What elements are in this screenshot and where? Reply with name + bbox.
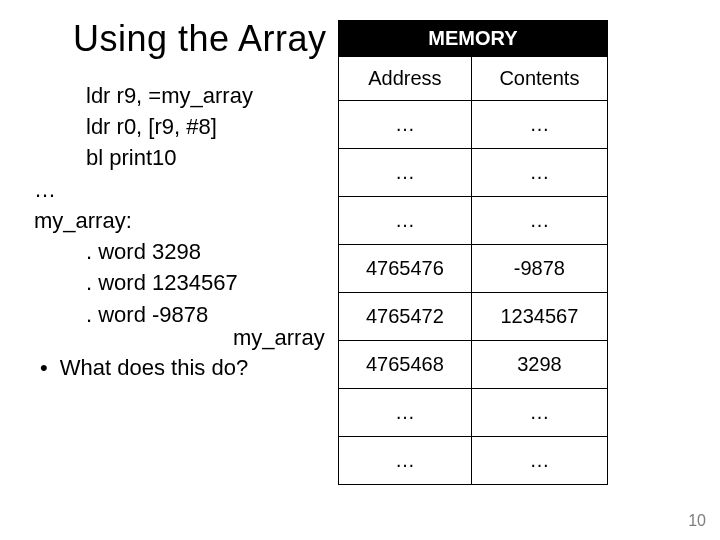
cell-addr: 4765472 — [339, 293, 472, 341]
cell-val: 3298 — [471, 341, 607, 389]
bullet-question: What does this do? — [34, 352, 338, 383]
cell-addr: … — [339, 437, 472, 485]
page-number: 10 — [688, 512, 706, 530]
code-line: . word 1234567 — [34, 267, 338, 298]
content-row: ldr r9, =my_array ldr r0, [r9, #8] bl pr… — [28, 80, 692, 485]
code-line: . word 3298 — [34, 236, 338, 267]
col-contents: Contents — [471, 57, 607, 101]
cell-addr: … — [339, 149, 472, 197]
table-row: … … — [339, 389, 608, 437]
cell-val: -9878 — [471, 245, 607, 293]
table-row: MEMORY — [339, 21, 608, 57]
table-row: 4765476 -9878 — [339, 245, 608, 293]
col-address: Address — [339, 57, 472, 101]
cell-val: … — [471, 197, 607, 245]
code-line: my_array: — [34, 205, 338, 236]
cell-val: … — [471, 149, 607, 197]
table-row: … … — [339, 101, 608, 149]
cell-addr: 4765468 — [339, 341, 472, 389]
cell-addr: … — [339, 389, 472, 437]
table-row: 4765468 3298 — [339, 341, 608, 389]
cell-addr: … — [339, 101, 472, 149]
arrow-label: my_array — [233, 325, 325, 351]
table-row: … … — [339, 149, 608, 197]
memory-title: MEMORY — [339, 21, 608, 57]
cell-addr: 4765476 — [339, 245, 472, 293]
slide: Using the Array ldr r9, =my_array ldr r0… — [0, 0, 720, 540]
code-line: ldr r9, =my_array — [34, 80, 338, 111]
table-row: … … — [339, 437, 608, 485]
cell-val: … — [471, 437, 607, 485]
code-line: ldr r0, [r9, #8] — [34, 111, 338, 142]
memory-wrap: my_array MEMORY Address Contents … … … … — [338, 20, 692, 485]
cell-val: … — [471, 101, 607, 149]
table-row: Address Contents — [339, 57, 608, 101]
cell-val: 1234567 — [471, 293, 607, 341]
table-row: 4765472 1234567 — [339, 293, 608, 341]
table-row: … … — [339, 197, 608, 245]
memory-table: MEMORY Address Contents … … … … … … — [338, 20, 608, 485]
cell-val: … — [471, 389, 607, 437]
code-line: … — [34, 174, 338, 205]
code-line: bl print10 — [34, 142, 338, 173]
cell-addr: … — [339, 197, 472, 245]
